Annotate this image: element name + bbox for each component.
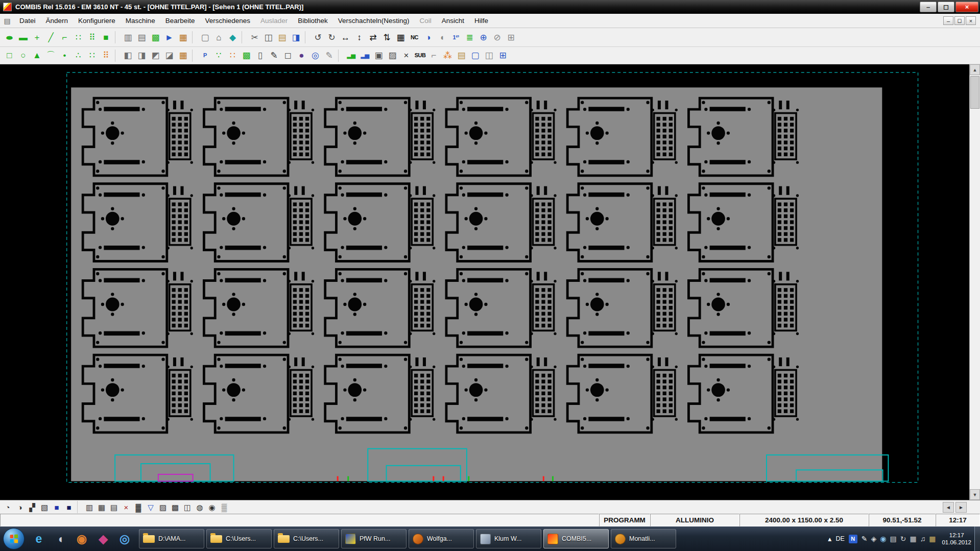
param-p-icon[interactable]: P [198,49,212,62]
pinned-app-media-icon[interactable]: ◖ [50,528,70,549]
tray-expand-icon[interactable]: ▴ [828,535,831,542]
tool-rect-icon[interactable]: □ [3,49,16,62]
stats-green-icon[interactable]: ▂▅ [344,49,358,62]
language-indicator[interactable]: DE [835,535,844,542]
tray-print-icon[interactable]: ▦ [910,535,916,542]
tool-point-pair-icon[interactable]: ∷ [71,31,85,44]
photo-view-icon[interactable]: ▦ [176,49,190,62]
tray-lock-icon[interactable]: ◈ [871,535,877,542]
globe-icon[interactable]: ⊕ [476,31,490,44]
paste-icon[interactable]: ▤ [275,31,289,44]
menu-konfiguriere[interactable]: Konfiguriere [73,15,121,27]
sheet-c-icon[interactable]: ◩ [149,49,162,62]
tool-dots-matrix-icon[interactable]: ∷ [85,49,99,62]
hatch-area-icon[interactable]: ▨ [386,49,399,62]
hatch-b-icon[interactable]: ▩ [169,501,181,513]
monitor-view-icon[interactable]: ▢ [468,49,482,62]
mdi-minimize-button[interactable]: – [943,16,953,25]
view-frame-icon[interactable]: ▧ [38,501,51,513]
menu-ndern[interactable]: Ändern [41,15,74,27]
menu-bibliothek[interactable]: Bibliothek [293,15,333,27]
paste-special-icon[interactable]: ◨ [289,31,303,44]
sheet-view-2-icon[interactable]: ▤ [135,31,149,44]
drawing-canvas[interactable] [0,64,969,500]
group-orange-icon[interactable]: ⁂ [441,49,455,62]
mdi-close-button[interactable]: × [966,16,976,25]
tray-onenote-icon[interactable]: N [849,535,857,543]
disc-view-icon[interactable]: ◉ [206,501,218,513]
key-tool-icon[interactable]: ⌐ [427,49,441,62]
task-button-wolfga[interactable]: Wolfga... [409,529,474,548]
tool-dot-icon[interactable]: • [58,49,71,62]
tool-contour-icon[interactable]: ⌐ [58,31,71,44]
close-button[interactable]: × [955,2,978,12]
scroll-right-button[interactable]: ► [955,502,967,513]
mirror-horizontal-icon[interactable]: ⇄ [366,31,380,44]
settings-grid-icon[interactable]: ⊞ [496,49,510,62]
task-button-combi5[interactable]: COMBI5... [543,529,609,548]
library-book-icon[interactable]: ▤ [455,49,468,62]
tool-line-icon[interactable]: ╱ [44,31,58,44]
list-view-icon[interactable]: ▤ [108,501,120,513]
menu-bearbeite[interactable]: Bearbeite [160,15,200,27]
pinned-search-icon[interactable]: ◎ [114,528,135,549]
tool-arc-icon[interactable]: ⌒ [44,49,58,62]
tool-filled-rect-icon[interactable]: ■ [99,31,113,44]
clock[interactable]: 12:17 01.06.2012 [942,532,971,546]
view-dither-icon[interactable]: ▞ [26,501,38,513]
table-view-icon[interactable]: ▦ [95,501,108,513]
rotate-right-icon[interactable]: ↻ [325,31,339,44]
collision-check-icon[interactable]: × [120,501,132,513]
view-quarter-icon[interactable]: ◔ [2,501,14,513]
task-button-klumw[interactable]: Klum W... [476,529,541,548]
cube-3d-icon[interactable]: ▣ [372,49,386,62]
pinned-app-orange-icon[interactable]: ◉ [71,528,92,549]
task-button-cusers[interactable]: C:\Users... [274,529,339,548]
sheet[interactable] [71,87,882,481]
task-button-monatli[interactable]: Monatli... [611,529,676,548]
trash-bin-icon[interactable]: ▯ [253,49,267,62]
doc-check-icon[interactable]: ◻ [281,49,295,62]
sheet-b-icon[interactable]: ◨ [135,49,149,62]
show-desktop-button[interactable] [974,526,980,551]
tool-circle-icon[interactable]: ○ [16,49,30,62]
start-button[interactable] [3,528,25,549]
file-new-icon[interactable]: ▢ [198,31,212,44]
menu-datei[interactable]: Datei [14,15,41,27]
half-view-icon[interactable]: ◑ [421,31,435,44]
tray-calendar-icon[interactable]: ▦ [929,535,936,542]
menu-hilfe[interactable]: Hilfe [469,15,493,27]
grid-green-icon[interactable]: ▩ [240,49,253,62]
nc-code-icon[interactable]: NC [408,31,421,44]
scroll-left-button[interactable]: ◄ [943,502,954,513]
fill-blue-icon[interactable]: ■ [51,501,63,513]
stats-blue-icon[interactable]: ▂▅ [358,49,372,62]
task-button-pfwrun[interactable]: PfW Run... [341,529,407,548]
measure-x-icon[interactable]: ↔ [339,31,352,44]
cells-view-icon[interactable]: ◫ [181,501,194,513]
fade-view-icon[interactable]: ▒ [218,501,230,513]
maximize-button[interactable]: ◻ [938,2,954,12]
menu-coil[interactable]: Coil [414,15,436,27]
pinned-internet-explorer-icon[interactable]: e [29,528,49,549]
tool-ellipse-icon[interactable]: ● [0,31,21,44]
tray-volume-icon[interactable]: ♫ [920,535,926,542]
copy-icon[interactable]: ◫ [261,31,275,44]
tray-network-icon[interactable]: ▤ [890,535,897,542]
select-arrow-icon[interactable]: ► [162,31,176,44]
tray-sync-icon[interactable]: ↻ [900,535,906,542]
gem-teal-icon[interactable]: ◆ [226,31,240,44]
scroll-up-button[interactable]: ▲ [970,64,980,75]
sub-program-icon[interactable]: SUB [413,49,427,62]
tool-dots-dense-icon[interactable]: ⠿ [99,49,113,62]
menu-ansicht[interactable]: Ansicht [437,15,469,27]
grid-toggle-icon[interactable]: ▦ [394,31,408,44]
sheet-d-icon[interactable]: ◪ [162,49,176,62]
magnify-view-icon[interactable]: ◎ [308,49,322,62]
menu-verschachtelnnesting[interactable]: Verschachteln(Nesting) [333,15,415,27]
scroll-down-button[interactable]: ▼ [970,489,980,500]
measure-y-icon[interactable]: ↕ [352,31,366,44]
menu-auslader[interactable]: Auslader [255,15,293,27]
sheet-view-1-icon[interactable]: ▥ [121,31,135,44]
vertical-scrollbar[interactable]: ▲ ▼ [969,64,980,500]
